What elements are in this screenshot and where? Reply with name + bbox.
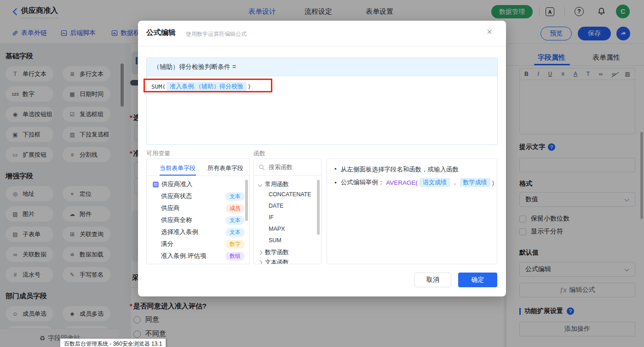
help-example-token-1: 语文成绩	[420, 178, 450, 187]
function-group-label: 常用函数	[265, 180, 289, 188]
help-example-token-2: 数学成绩	[460, 178, 490, 187]
tree-field-row[interactable]: 选择准入条例 文本	[147, 227, 245, 238]
function-search	[254, 159, 321, 176]
formula-editor-modal: 公式编辑 使用数学运算符编辑公式 × （辅助）得分检验判断条件 = SUM( 准…	[138, 21, 506, 296]
modal-subtitle: 使用数学运算符编辑公式	[186, 30, 247, 38]
variables-panel: 当前表单字段 所有表单字段 供应商准入 供应商状态 文本 供应商 成员 供应商全…	[146, 159, 250, 264]
field-type-badge: 文本	[225, 192, 245, 201]
help-example-prefix: 公式编辑举例：	[341, 178, 385, 187]
chevron-down-icon	[258, 182, 263, 187]
bullet: •	[334, 179, 337, 186]
formula-box: （辅助）得分检验判断条件 = SUM( 准入条例.（辅助）得分校验 )	[146, 57, 498, 145]
chevron-right-icon	[258, 260, 263, 264]
tree-field-name: 选择准入条例	[161, 228, 225, 236]
tree-root-form[interactable]: 供应商准入	[147, 179, 245, 190]
formula-expression: SUM( 准入条例.（辅助）得分校验 )	[151, 82, 251, 91]
tree-field-row[interactable]: 供应商状态 文本	[147, 191, 245, 202]
tab-current-form-fields[interactable]: 当前表单字段	[160, 164, 196, 172]
help-example-close: )	[492, 179, 494, 186]
tree-field-name: 满分	[161, 240, 225, 248]
form-icon	[153, 182, 159, 188]
function-group-common[interactable]: 常用函数	[259, 180, 289, 188]
formula-input-area[interactable]: SUM( 准入条例.（辅助）得分校验 )	[147, 76, 497, 144]
close-icon[interactable]: ×	[487, 27, 492, 36]
help-example-comma: ，	[452, 178, 458, 187]
function-item-mapx[interactable]: MAPX	[269, 226, 285, 232]
functions-scrollbar[interactable]	[317, 180, 320, 235]
browser-tooltip: 百数后台管理系统 - 360安全浏览器 13.1	[60, 338, 166, 347]
field-type-badge: 文本	[225, 216, 245, 225]
tree-field-row[interactable]: 满分 数字	[147, 239, 245, 250]
tree-root-label: 供应商准入	[161, 180, 193, 188]
field-type-badge: 数字	[225, 240, 245, 249]
chevron-right-icon	[258, 250, 263, 255]
tree-field-row[interactable]: 供应商 成员	[147, 203, 245, 214]
field-type-badge: 数组	[225, 252, 245, 261]
modal-title: 公式编辑	[146, 28, 176, 38]
formula-close-paren: )	[247, 83, 251, 90]
function-group-math[interactable]: 数学函数	[259, 248, 289, 256]
function-group-label: 数学函数	[265, 248, 289, 256]
variables-tabs-divider	[147, 176, 249, 176]
function-item-concatenate[interactable]: CONCATENATE	[269, 191, 311, 198]
function-group-label: 文本函数	[265, 258, 289, 264]
formula-target-bar: （辅助）得分检验判断条件 =	[147, 58, 497, 76]
formula-field-token[interactable]: 准入条例.（辅助）得分校验	[167, 82, 247, 91]
function-item-if[interactable]: IF	[269, 214, 274, 221]
confirm-button[interactable]: 确定	[458, 273, 497, 287]
tab-all-form-fields[interactable]: 所有表单字段	[207, 164, 243, 172]
tree-field-name: 供应商全称	[161, 216, 225, 224]
tree-field-row[interactable]: 准入条例.评估项 数组	[147, 250, 245, 262]
function-item-date[interactable]: DATE	[269, 203, 283, 209]
help-example-function: AVERAGE(	[386, 179, 418, 186]
help-text: 从左侧面板选择字段名和函数，或输入函数	[341, 165, 459, 174]
function-group-text[interactable]: 文本函数	[259, 258, 289, 264]
field-type-badge: 成员	[225, 204, 245, 213]
function-item-sum[interactable]: SUM	[269, 237, 282, 244]
bullet: •	[334, 165, 337, 174]
formula-target-label: （辅助）得分检验判断条件 =	[153, 63, 236, 71]
help-line-1: • 从左侧面板选择字段名和函数，或输入函数	[334, 165, 459, 174]
variables-scrollbar[interactable]	[245, 180, 248, 221]
functions-panel: 常用函数 CONCATENATE DATE IF MAPX SUM 数学函数 文…	[253, 159, 322, 264]
field-type-badge: 文本	[225, 228, 245, 237]
formula-function: SUM(	[151, 83, 166, 90]
cancel-button[interactable]: 取消	[414, 273, 451, 287]
functions-label: 函数	[253, 149, 265, 158]
help-line-2: • 公式编辑举例： AVERAGE( 语文成绩 ， 数学成绩 )	[334, 178, 494, 187]
tree-field-name: 供应商状态	[161, 192, 225, 200]
formula-help-panel: • 从左侧面板选择字段名和函数，或输入函数 • 公式编辑举例： AVERAGE(…	[327, 159, 497, 264]
tree-field-name: 准入条例.评估项	[161, 252, 225, 260]
modal-header-divider	[138, 46, 506, 46]
tree-field-row[interactable]: 供应商全称 文本	[147, 215, 245, 226]
variables-label: 可用变量	[146, 149, 170, 158]
tree-field-name: 供应商	[161, 204, 225, 212]
search-icon	[259, 164, 265, 171]
function-search-input[interactable]	[268, 163, 316, 171]
